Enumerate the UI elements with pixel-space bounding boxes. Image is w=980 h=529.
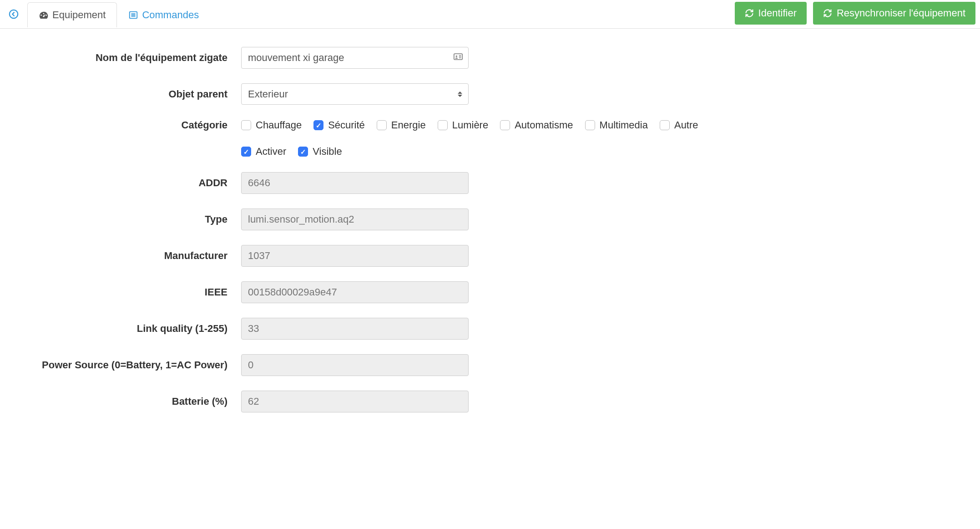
category-item[interactable]: Energie: [377, 119, 426, 131]
checkbox[interactable]: [241, 147, 251, 157]
checkbox[interactable]: [377, 120, 387, 130]
tab-equipment[interactable]: Equipement: [27, 2, 117, 27]
svg-point-0: [10, 10, 18, 18]
activate-item[interactable]: Activer: [241, 146, 286, 158]
category-item[interactable]: Sécurité: [313, 119, 365, 131]
power-source-input: [241, 354, 469, 376]
identify-button[interactable]: Identifier: [735, 2, 807, 25]
link-quality-label: Link quality (1-255): [9, 323, 241, 335]
manufacturer-label: Manufacturer: [9, 250, 241, 262]
battery-label: Batterie (%): [9, 396, 241, 407]
checkbox[interactable]: [585, 120, 595, 130]
checkbox[interactable]: [241, 120, 251, 130]
resync-button-label: Resynchroniser l'équipement: [837, 7, 965, 19]
refresh-icon: [823, 9, 832, 18]
visible-item[interactable]: Visible: [298, 146, 342, 158]
resync-button[interactable]: Resynchroniser l'équipement: [813, 2, 975, 25]
refresh-icon: [745, 9, 754, 18]
arrow-left-icon: [9, 9, 19, 19]
topbar: Equipement Commandes Identifier: [0, 0, 980, 29]
name-label: Nom de l'équipement zigate: [9, 52, 241, 64]
type-label: Type: [9, 214, 241, 225]
category-item[interactable]: Autre: [660, 119, 698, 131]
list-icon: [128, 10, 138, 20]
ieee-input: [241, 281, 469, 303]
parent-select[interactable]: Exterieur: [241, 83, 469, 105]
parent-label: Objet parent: [9, 88, 241, 100]
battery-input: [241, 391, 469, 412]
checkbox[interactable]: [660, 120, 670, 130]
tab-commands[interactable]: Commandes: [117, 2, 210, 27]
checkbox-label: Automatisme: [515, 119, 573, 131]
ieee-label: IEEE: [9, 286, 241, 298]
checkbox[interactable]: [313, 120, 323, 130]
tab-equipment-label: Equipement: [52, 9, 106, 21]
equipment-form: Nom de l'équipement zigate Objet paren: [0, 29, 980, 436]
category-item[interactable]: Multimedia: [585, 119, 648, 131]
checkbox[interactable]: [438, 120, 448, 130]
category-checkbox-group: Chauffage Sécurité Energie Lumière Autom…: [241, 119, 698, 131]
checkbox-label: Autre: [674, 119, 698, 131]
back-button[interactable]: [0, 3, 27, 25]
power-source-label: Power Source (0=Battery, 1=AC Power): [9, 359, 241, 371]
tab-commands-label: Commandes: [142, 9, 199, 21]
name-input[interactable]: [241, 47, 469, 69]
addr-label: ADDR: [9, 177, 241, 189]
checkbox[interactable]: [500, 120, 510, 130]
checkbox-label: Chauffage: [256, 119, 302, 131]
checkbox-label: Lumière: [452, 119, 488, 131]
category-item[interactable]: Lumière: [438, 119, 488, 131]
dashboard-icon: [39, 10, 49, 20]
tabs: Equipement Commandes: [27, 2, 210, 27]
checkbox-label: Visible: [313, 146, 342, 158]
category-item[interactable]: Chauffage: [241, 119, 302, 131]
type-input: [241, 209, 469, 230]
category-label: Catégorie: [9, 119, 241, 131]
checkbox-label: Multimedia: [600, 119, 648, 131]
identify-button-label: Identifier: [758, 7, 797, 19]
link-quality-input: [241, 318, 469, 340]
addr-input: [241, 172, 469, 194]
actions: Identifier Resynchroniser l'équipement: [735, 0, 980, 28]
checkbox[interactable]: [298, 147, 308, 157]
flags-checkbox-group: Activer Visible: [241, 146, 342, 158]
checkbox-label: Sécurité: [328, 119, 365, 131]
checkbox-label: Activer: [256, 146, 286, 158]
checkbox-label: Energie: [391, 119, 426, 131]
category-item[interactable]: Automatisme: [500, 119, 573, 131]
svg-point-6: [456, 56, 458, 57]
id-card-icon: [453, 52, 463, 64]
manufacturer-input: [241, 245, 469, 267]
